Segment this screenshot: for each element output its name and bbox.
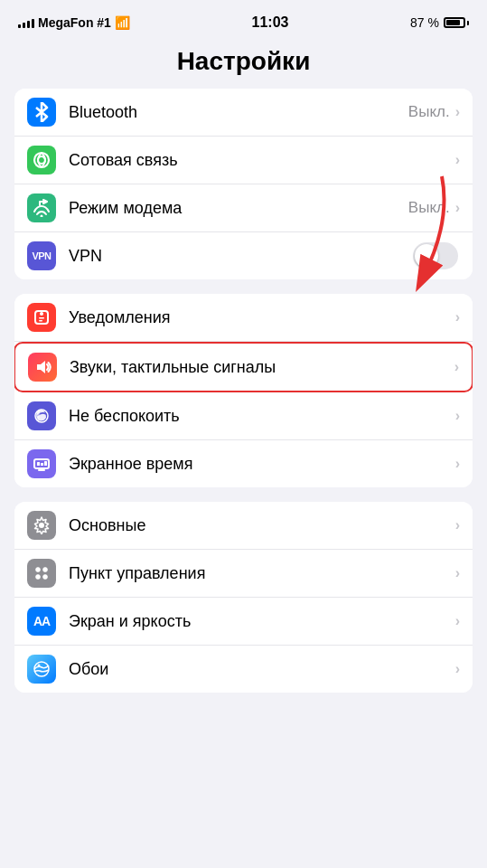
row-display[interactable]: AA Экран и яркость › [14,598,473,646]
hotspot-value: Выкл. [408,199,450,217]
battery-icon [444,17,469,28]
bluetooth-label: Bluetooth [69,103,408,122]
svg-rect-7 [39,320,42,322]
general-icon [33,516,51,534]
settings-group-general: Основные › Пункт управления › [14,502,473,693]
wifi-icon: 📶 [115,15,130,30]
svg-point-25 [34,662,49,676]
display-chevron: › [455,613,460,629]
svg-point-0 [34,153,49,167]
status-time: 11:03 [252,14,289,31]
section-notifications: Уведомления › Звуки, тактильные сигналы … [0,294,487,487]
row-wallpaper[interactable]: Обои › [14,646,473,693]
status-left: MegaFon #1 📶 [18,15,130,30]
sounds-chevron: › [454,359,459,375]
row-screentime[interactable]: Экранное время › [14,440,473,487]
notifications-icon [33,308,51,326]
cellular-icon [33,151,51,169]
donotdisturb-icon-bg [27,401,56,430]
row-general[interactable]: Основные › [14,502,473,550]
general-icon-bg [27,511,56,540]
battery-percent: 87 % [410,15,439,30]
section-connectivity: Bluetooth Выкл. › Сотовая связь › [0,89,487,279]
row-vpn[interactable]: VPN VPN [14,232,473,279]
svg-rect-13 [37,462,40,466]
svg-rect-15 [44,461,47,466]
cellular-label: Сотовая связь [69,151,455,170]
screentime-label: Экранное время [69,455,455,474]
controlcenter-icon [33,564,51,582]
general-chevron: › [455,517,460,533]
notifications-chevron: › [455,309,460,326]
sounds-label: Звуки, тактильные сигналы [70,358,454,377]
general-label: Основные [69,516,455,535]
svg-rect-14 [41,463,43,466]
sounds-icon [33,358,52,376]
svg-point-5 [40,312,43,316]
display-icon-bg: AA [27,607,56,636]
svg-point-16 [39,523,44,528]
notifications-icon-bg [27,303,56,332]
svg-point-2 [41,215,43,218]
bluetooth-icon-bg [27,98,56,127]
svg-rect-6 [39,317,44,319]
controlcenter-icon-bg [27,559,56,588]
hotspot-chevron: › [455,200,460,216]
settings-group-connectivity: Bluetooth Выкл. › Сотовая связь › [14,89,473,279]
sounds-icon-bg [28,353,57,382]
controlcenter-chevron: › [455,565,460,581]
donotdisturb-chevron: › [455,408,460,424]
bluetooth-chevron: › [455,104,460,120]
cellular-icon-bg [27,146,56,175]
donotdisturb-icon [33,407,51,425]
screentime-chevron: › [455,456,460,472]
status-bar: MegaFon #1 📶 11:03 87 % [0,0,487,40]
svg-point-26 [38,665,41,667]
carrier-label: MegaFon #1 [38,15,111,30]
vpn-toggle[interactable] [413,242,458,269]
vpn-toggle-knob [415,244,438,268]
row-controlcenter[interactable]: Пункт управления › [14,550,473,598]
page-header: Настройки [0,40,487,89]
cellular-chevron: › [455,152,460,168]
settings-group-notifications: Уведомления › Звуки, тактильные сигналы … [14,294,473,487]
donotdisturb-label: Не беспокоить [69,407,455,426]
status-right: 87 % [410,15,469,30]
svg-marker-8 [37,361,45,373]
wallpaper-chevron: › [455,661,460,677]
row-donotdisturb[interactable]: Не беспокоить › [14,392,473,440]
wallpaper-icon-bg [27,655,56,684]
page-title: Настройки [0,47,487,76]
controlcenter-label: Пункт управления [69,564,455,583]
vpn-icon-bg: VPN [27,241,56,270]
bluetooth-icon [33,102,51,122]
vpn-icon: VPN [32,250,51,261]
hotspot-label: Режим модема [69,199,408,218]
section-general: Основные › Пункт управления › [0,502,487,693]
row-hotspot[interactable]: Режим модема Выкл. › [14,184,473,232]
screentime-icon [33,455,51,473]
row-sounds[interactable]: Звуки, тактильные сигналы › [14,342,473,392]
bluetooth-value: Выкл. [408,103,450,121]
wallpaper-icon [33,660,51,678]
vpn-label: VPN [69,247,413,266]
row-bluetooth[interactable]: Bluetooth Выкл. › [14,89,473,137]
display-label: Экран и яркость [69,612,455,631]
hotspot-icon [33,199,51,217]
display-icon: AA [33,614,50,628]
notifications-label: Уведомления [69,308,455,327]
screentime-icon-bg [27,449,56,478]
row-cellular[interactable]: Сотовая связь › [14,137,473,184]
signal-icon [18,17,34,28]
row-notifications[interactable]: Уведомления › [14,294,473,342]
wallpaper-label: Обои [69,660,455,679]
hotspot-icon-bg [27,193,56,222]
